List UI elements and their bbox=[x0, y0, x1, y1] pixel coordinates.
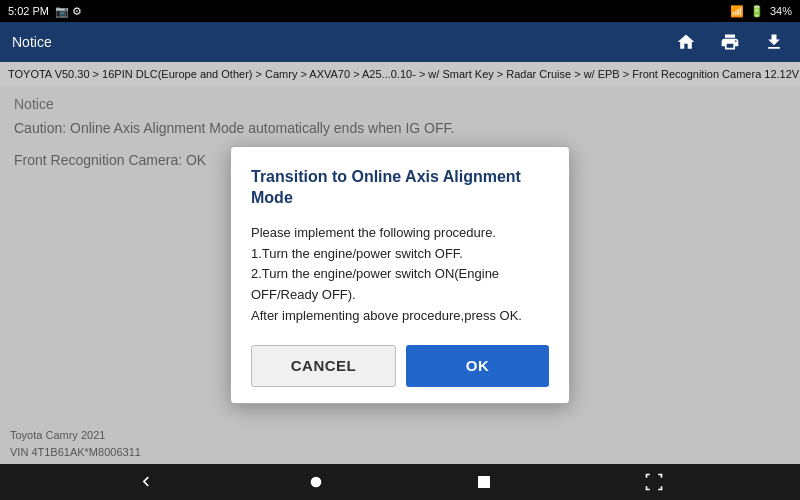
ok-button[interactable]: OK bbox=[406, 345, 549, 387]
vehicle-vin: VIN 4T1B61AK*M8006311 bbox=[10, 444, 141, 461]
title-bar: Notice bbox=[0, 22, 800, 62]
battery-percent: 34% bbox=[770, 5, 792, 17]
print-button[interactable] bbox=[716, 28, 744, 56]
home-button[interactable] bbox=[672, 28, 700, 56]
dialog-buttons: CANCEL OK bbox=[251, 345, 549, 387]
export-button[interactable] bbox=[760, 28, 788, 56]
screenshot-button[interactable] bbox=[644, 472, 664, 492]
back-button[interactable] bbox=[136, 472, 156, 492]
main-content: Notice Caution: Online Axis Alignment Mo… bbox=[0, 86, 800, 464]
status-bar: 5:02 PM 📷 ⚙ 📶 🔋 34% bbox=[0, 0, 800, 22]
bluetooth-icon: 📶 bbox=[730, 5, 744, 18]
dialog-title: Transition to Online Axis Alignment Mode bbox=[251, 167, 549, 209]
modal-overlay: Transition to Online Axis Alignment Mode… bbox=[0, 86, 800, 464]
recents-button[interactable] bbox=[476, 474, 492, 490]
svg-rect-1 bbox=[478, 476, 490, 488]
footer-info: Toyota Camry 2021 VIN 4T1B61AK*M8006311 bbox=[10, 427, 141, 460]
cancel-button[interactable]: CANCEL bbox=[251, 345, 396, 387]
status-icons: 📷 ⚙ bbox=[55, 5, 82, 18]
vehicle-model: Toyota Camry 2021 bbox=[10, 427, 141, 444]
battery-icon: 🔋 bbox=[750, 5, 764, 18]
dialog: Transition to Online Axis Alignment Mode… bbox=[230, 146, 570, 404]
bottom-nav bbox=[0, 464, 800, 500]
breadcrumb: TOYOTA V50.30 > 16PIN DLC(Europe and Oth… bbox=[0, 62, 800, 86]
home-nav-button[interactable] bbox=[308, 474, 324, 490]
page-title: Notice bbox=[12, 34, 52, 50]
time-display: 5:02 PM bbox=[8, 5, 49, 17]
svg-point-0 bbox=[311, 477, 322, 488]
dialog-body: Please implement the following procedure… bbox=[251, 223, 549, 327]
